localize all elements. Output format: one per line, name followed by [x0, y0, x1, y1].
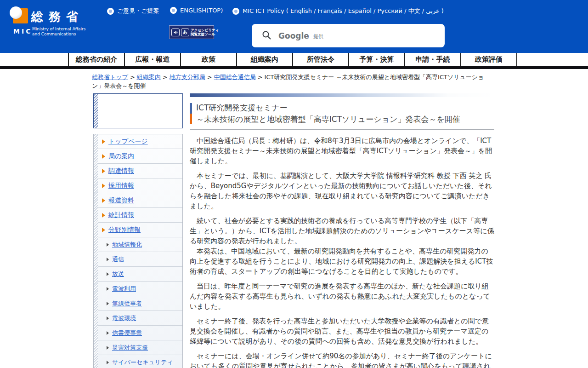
article-paragraph: 中国総合通信局（局長：梅村研）は、令和8年3月3日に広島市内の会場とオンラインで… [190, 136, 494, 166]
search-icon [262, 30, 271, 41]
article-body: 中国総合通信局（局長：梅村研）は、令和8年3月3日に広島市内の会場とオンラインで… [190, 136, 494, 368]
sidebar-item-disaster-support[interactable]: 災害対策支援 [98, 340, 182, 355]
sidebar-item-label[interactable]: 局の案内 [108, 152, 134, 160]
site-search-input[interactable]: Google 提供 [252, 24, 445, 47]
sidebar-item-label[interactable]: 電波利用 [112, 285, 136, 293]
logo-english-line1: Ministry of Internal Affairs [32, 27, 85, 32]
gradient-bar-decoration [190, 93, 494, 97]
sidebar: 中国総合通信局 トップページ 局の案内 調達情報 採用情報 報道資料 統計情報 [93, 93, 183, 368]
logo-english-line2: and Communications [32, 32, 85, 37]
sidebar-title-box: 中国総合通信局 [93, 93, 183, 128]
article-paragraph: 続いて、社会が必要とする実践的技術者の養成を行っている高等専門学校の学生（以下「… [190, 216, 494, 246]
breadcrumb-link-organization[interactable]: 組織案内 [137, 74, 161, 80]
sidebar-item-broadcasting[interactable]: 放送 [98, 267, 182, 282]
arrow-right-icon [107, 331, 109, 335]
bullet-icon [232, 8, 239, 15]
nav-divider-bar [0, 66, 588, 69]
nav-item-publicity[interactable]: 広報・報道 [125, 53, 181, 66]
sidebar-item-statistics[interactable]: 統計情報 [98, 208, 182, 223]
breadcrumb-link-regional-bureaus[interactable]: 地方支分部局 [170, 74, 205, 80]
page-title-line2: ～未来技術の展望と地域密着型「高専ICTソリューション」発表会～を開催 [196, 115, 460, 124]
arrow-right-icon [102, 154, 105, 159]
sidebar-item-top-page[interactable]: トップページ [98, 134, 182, 149]
arrow-right-icon [107, 346, 109, 350]
arrow-right-icon [102, 139, 105, 144]
sidebar-item-label[interactable]: 放送 [112, 270, 124, 278]
logo-kanji: 総務省 [31, 9, 84, 25]
sidebar-item-bureau-guide[interactable]: 局の案内 [98, 149, 182, 164]
sidebar-title: 中国総合通信局 [104, 112, 158, 123]
sidebar-item-label[interactable]: 報道資料 [108, 196, 134, 204]
arrow-right-icon [107, 243, 109, 247]
breadcrumb-separator: > [207, 74, 212, 80]
nav-item-evaluation[interactable]: 政策評価 [461, 53, 517, 66]
arrow-right-icon [102, 184, 105, 188]
sidebar-item-procurement[interactable]: 調達情報 [98, 164, 182, 178]
mic-logo[interactable]: 総務省 MIC Ministry of Internal Affairs and… [13, 6, 114, 43]
nav-item-policy[interactable]: 政策 [181, 53, 237, 66]
sidebar-item-recruitment[interactable]: 採用情報 [98, 178, 182, 193]
bullet-icon [107, 8, 114, 15]
nav-item-budget[interactable]: 予算・決算 [349, 53, 405, 66]
nav-item-laws[interactable]: 所管法令 [293, 53, 349, 66]
search-provider-suffix: 提供 [313, 31, 323, 40]
article-paragraph: 本発表は、中国地域において、最新の研究開発動向を共有することや、高専生の研究開発… [190, 246, 494, 276]
mic-webpage: { "header": { "logo": { "kanji": "総務省", … [0, 0, 588, 368]
mic-ict-policy-link[interactable]: MIC ICT Policy ( English / Français / Es… [232, 7, 444, 15]
sidebar-item-label[interactable]: 無線従事者 [112, 299, 142, 307]
accessibility-tool-line1: アクセシビリティ [191, 28, 219, 33]
feedback-link[interactable]: ご意見・ご提案 [107, 7, 159, 15]
nav-item-organization[interactable]: 組織案内 [237, 53, 293, 66]
article-paragraph: 本セミナーでは、最初に、基調講演として、大阪大学大学院 情報科学研究科 教授 下… [190, 171, 494, 211]
arrow-right-icon [107, 302, 109, 305]
sidebar-item-label[interactable]: 地域情報化 [112, 241, 142, 248]
accessibility-tool-label: アクセシビリティ 閲覧支援ツール [191, 28, 219, 37]
breadcrumb-separator: > [130, 74, 135, 80]
sidebar-item-label[interactable]: 統計情報 [108, 211, 134, 219]
sidebar-item-label[interactable]: 通信 [112, 255, 124, 263]
arrow-right-icon [102, 213, 105, 218]
english-top-link-label: ENGLISH(TOP) [180, 7, 223, 14]
sidebar-item-telecommunications[interactable]: 通信 [98, 252, 182, 267]
breadcrumb-separator: > [163, 74, 168, 80]
feedback-link-label: ご意見・ご提案 [117, 7, 159, 15]
arrow-right-icon [102, 169, 105, 173]
arrow-right-icon [107, 258, 109, 261]
page-title-line1: ICT研究開発支援セミナー [196, 103, 287, 112]
nav-item-applications[interactable]: 申請・手続 [405, 53, 461, 66]
sidebar-item-press[interactable]: 報道資料 [98, 193, 182, 208]
title-divider [190, 129, 494, 130]
logo-orange-square-icon [13, 8, 28, 23]
accessibility-tool-button[interactable]: あ アクセシビリティ 閲覧支援ツール [169, 25, 214, 39]
nav-item-about[interactable]: 総務省の紹介 [69, 53, 125, 66]
breadcrumb-link-home[interactable]: 総務省トップ [92, 74, 128, 80]
sidebar-item-cybersecurity[interactable]: サイバーセキュリティ [98, 355, 182, 368]
nav-spacer [0, 53, 69, 66]
sidebar-item-radio-environment[interactable]: 電波環境 [98, 311, 182, 326]
sidebar-item-radio-use[interactable]: 電波利用 [98, 282, 182, 296]
accessibility-tool-line2: 閲覧支援ツール [191, 32, 219, 37]
arrow-right-icon [107, 361, 109, 364]
sidebar-item-label[interactable]: 分野別情報 [108, 226, 141, 234]
speaker-icon [171, 29, 180, 36]
breadcrumb-separator: > [258, 74, 263, 80]
sidebar-item-label[interactable]: 災害対策支援 [112, 344, 148, 351]
sidebar-item-regional-informatization[interactable]: 地域情報化 [98, 237, 182, 252]
sidebar-item-label[interactable]: 信書便事業 [112, 329, 142, 337]
sidebar-item-label[interactable]: 採用情報 [108, 182, 134, 190]
sidebar-item-label[interactable]: サイバーセキュリティ [112, 358, 173, 366]
global-nav: 総務省の紹介 広報・報道 政策 組織案内 所管法令 予算・決算 申請・手続 政策… [0, 53, 588, 66]
sidebar-item-correspondence-delivery[interactable]: 信書便事業 [98, 326, 182, 340]
sidebar-item-label[interactable]: 調達情報 [108, 167, 134, 175]
english-top-link[interactable]: ENGLISH(TOP) [170, 7, 223, 14]
main-content: ICT研究開発支援セミナー～未来技術の展望と地域密着型「高専ICTソリューション… [190, 93, 494, 368]
article-paragraph: セミナーには、会場・オンライン併せて約90名の参加があり、セミナー終了後のアンケ… [190, 351, 494, 368]
breadcrumb-link-chugoku-bureau[interactable]: 中国総合通信局 [214, 74, 256, 80]
hatch-stripe-decoration [94, 94, 98, 128]
sidebar-item-by-field[interactable]: 分野別情報 [98, 223, 182, 237]
sidebar-item-radio-operators[interactable]: 無線従事者 [98, 296, 182, 311]
sidebar-item-label[interactable]: 電波環境 [112, 314, 136, 322]
arrow-right-icon [107, 287, 109, 291]
arrow-right-icon [107, 316, 109, 320]
sidebar-item-label[interactable]: トップページ [108, 138, 148, 145]
